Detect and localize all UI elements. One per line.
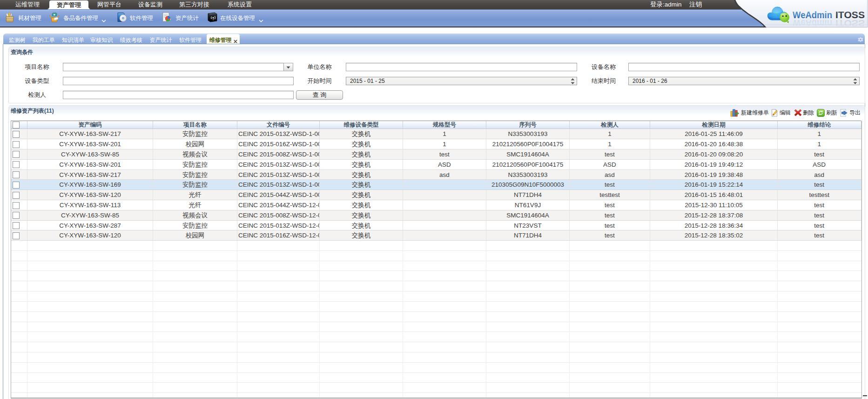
cell: 交换机 bbox=[320, 129, 403, 139]
cell: CY-XYW-163-SW-169 bbox=[27, 180, 153, 189]
tab-2[interactable]: 我的工单 bbox=[33, 37, 55, 43]
cell: CEINC 2015-044Z-WSD-12-001 bbox=[237, 200, 320, 210]
cell bbox=[403, 180, 486, 189]
cell: 安防监控 bbox=[153, 221, 237, 230]
cell: 安防监控 bbox=[153, 129, 237, 139]
list-toolbar-4[interactable]: 刷新 bbox=[826, 110, 837, 116]
toolbar-item-5[interactable]: 在线设备管理 bbox=[220, 10, 255, 27]
row-checkbox[interactable] bbox=[13, 222, 20, 229]
edit-icon[interactable] bbox=[771, 109, 778, 119]
logout-link[interactable]: 注销 bbox=[689, 0, 702, 9]
row-checkbox[interactable] bbox=[13, 151, 20, 158]
table-row[interactable]: CY-XYW-163-SW-169安防监控CEINC 2015-013Z-WSD… bbox=[11, 180, 861, 190]
cell: 交换机 bbox=[320, 170, 403, 180]
list-toolbar-5[interactable]: 导出 bbox=[849, 110, 861, 116]
project-name-input[interactable] bbox=[63, 63, 284, 71]
cell: N3353003193 bbox=[486, 129, 570, 139]
consumables-toolbox-icon[interactable] bbox=[5, 12, 14, 24]
table-row[interactable]: CY-XYW-163-SW-113光纤CEINC 2015-044Z-WSD-1… bbox=[11, 200, 861, 210]
device-type-input[interactable] bbox=[63, 77, 294, 85]
end-time-spin-buttons[interactable] bbox=[853, 78, 858, 84]
table-row[interactable]: CY-XYW-163-SW-85视频会议CEINC 2015-008Z-WSD-… bbox=[11, 210, 861, 221]
tab-close-icon[interactable] bbox=[234, 37, 238, 41]
row-checkbox[interactable] bbox=[13, 171, 20, 178]
software-disc-icon[interactable] bbox=[116, 12, 128, 24]
cell: 交换机 bbox=[320, 149, 403, 159]
project-name-dropdown-button[interactable] bbox=[283, 63, 293, 71]
column-header-6[interactable]: 序列号 bbox=[486, 121, 570, 129]
start-time-spinner[interactable]: 2015 - 01 - 25 bbox=[346, 77, 577, 85]
tab-7[interactable]: 软件管理 bbox=[179, 37, 202, 43]
device-type-label: 设备类型 bbox=[19, 77, 56, 85]
empty-column-line bbox=[569, 241, 570, 398]
row-checkbox[interactable] bbox=[13, 202, 20, 209]
toolbar-item-2[interactable]: 备品备件管理 bbox=[63, 10, 98, 27]
cell: SMC1914604A bbox=[486, 149, 570, 159]
row-checkbox[interactable] bbox=[13, 232, 20, 239]
repair-asset-table: 资产编码项目名称文件编号维修设备类型规格型号序列号检测人检测日期维修结论CY-X… bbox=[11, 121, 862, 399]
list-toolbar-3[interactable]: 删除 bbox=[803, 110, 814, 116]
column-header-5[interactable]: 规格型号 bbox=[403, 121, 486, 129]
table-row[interactable]: CY-XYW-163-SW-287安防监控CEINC 2015-013Z-WSD… bbox=[11, 221, 861, 231]
online-device-icon[interactable] bbox=[207, 12, 218, 25]
device-name-input[interactable] bbox=[628, 63, 860, 71]
tab-3[interactable]: 知识清单 bbox=[62, 37, 84, 43]
end-time-value: 2016 - 01 - 26 bbox=[632, 78, 667, 84]
query-panel-title: 查询条件 bbox=[11, 49, 33, 55]
end-time-spinner[interactable]: 2016 - 01 - 26 bbox=[628, 77, 860, 85]
column-header-2[interactable]: 项目名称 bbox=[153, 121, 237, 129]
chevron-down-icon[interactable] bbox=[101, 16, 106, 25]
chevron-down-icon[interactable] bbox=[259, 16, 263, 25]
start-time-spin-buttons[interactable] bbox=[570, 78, 575, 84]
cell: CY-XYW-163-SW-113 bbox=[27, 200, 153, 210]
row-checkbox[interactable] bbox=[13, 131, 20, 138]
tab-active[interactable]: 维修管理 bbox=[207, 34, 240, 44]
export-icon[interactable] bbox=[840, 109, 848, 119]
row-checkbox[interactable] bbox=[13, 182, 20, 189]
row-checkbox[interactable] bbox=[13, 141, 20, 148]
cell: 交换机 bbox=[320, 160, 403, 169]
column-header-3[interactable]: 文件编号 bbox=[237, 121, 320, 129]
column-header-7[interactable]: 检测人 bbox=[570, 121, 650, 129]
table-row[interactable]: CY-XYW-163-SW-201安防监控CEINC 2015-013Z-WSD… bbox=[11, 160, 861, 170]
row-checkbox[interactable] bbox=[13, 212, 20, 219]
gear-icon[interactable] bbox=[858, 36, 863, 44]
refresh-icon[interactable] bbox=[817, 109, 825, 119]
tab-4[interactable]: 审核知识 bbox=[90, 37, 113, 43]
scrollbar-mark bbox=[863, 395, 867, 396]
row-checkbox[interactable] bbox=[13, 161, 20, 168]
table-row[interactable]: CY-XYW-163-SW-120光纤CEINC 2015-044Z-WSD-1… bbox=[11, 190, 861, 200]
row-checkbox[interactable] bbox=[13, 192, 20, 199]
asset-stats-icon[interactable] bbox=[162, 12, 171, 24]
tab-6[interactable]: 资产统计 bbox=[149, 37, 172, 43]
search-button[interactable]: 查 询 bbox=[296, 90, 343, 100]
cell: test bbox=[778, 200, 861, 210]
svg-text:ITOSS: ITOSS bbox=[835, 18, 865, 28]
list-toolbar-1[interactable]: 新建维修单 bbox=[741, 110, 769, 116]
select-all-checkbox[interactable] bbox=[13, 122, 20, 128]
toolbar-item-4[interactable]: 资产统计 bbox=[175, 10, 199, 27]
unit-name-input[interactable] bbox=[346, 63, 577, 71]
new-repair-order-icon[interactable] bbox=[730, 109, 740, 119]
row-select-cell bbox=[11, 139, 27, 149]
delete-icon[interactable] bbox=[794, 109, 802, 118]
table-row[interactable]: CY-XYW-163-SW-201校园网CEINC 2015-016Z-WSD-… bbox=[11, 139, 861, 149]
tab-5[interactable]: 绩效考核 bbox=[120, 37, 142, 43]
toolbar-item-3[interactable]: 软件管理 bbox=[130, 10, 153, 27]
table-row[interactable]: CY-XYW-163-SW-217安防监控CEINC 2015-013Z-WSD… bbox=[11, 170, 861, 180]
column-header-8[interactable]: 检测日期 bbox=[650, 121, 778, 129]
column-header-1[interactable]: 资产编码 bbox=[27, 121, 153, 129]
cell: CEINC 2015-013Z-WSD-12-001 bbox=[237, 221, 320, 230]
table-row[interactable]: CY-XYW-163-SW-120校园网CEINC 2015-016Z-WSD-… bbox=[11, 230, 861, 241]
table-row[interactable]: CY-XYW-163-SW-217安防监控CEINC 2015-013Z-WSD… bbox=[11, 129, 861, 139]
empty-column-line bbox=[650, 241, 650, 398]
spare-parts-box-icon[interactable] bbox=[48, 12, 60, 24]
inspector-input[interactable] bbox=[63, 91, 294, 99]
tab-1[interactable]: 监测树 bbox=[9, 37, 26, 43]
toolbar-item-1[interactable]: 耗材管理 bbox=[18, 10, 41, 27]
column-header-9[interactable]: 维修结论 bbox=[778, 121, 861, 129]
table-row[interactable]: CY-XYW-163-SW-85视频会议CEINC 2015-008Z-WSD-… bbox=[11, 149, 861, 160]
list-toolbar-2[interactable]: 编辑 bbox=[780, 110, 791, 116]
table-header-row: 资产编码项目名称文件编号维修设备类型规格型号序列号检测人检测日期维修结论 bbox=[11, 121, 861, 129]
column-header-4[interactable]: 维修设备类型 bbox=[320, 121, 403, 129]
